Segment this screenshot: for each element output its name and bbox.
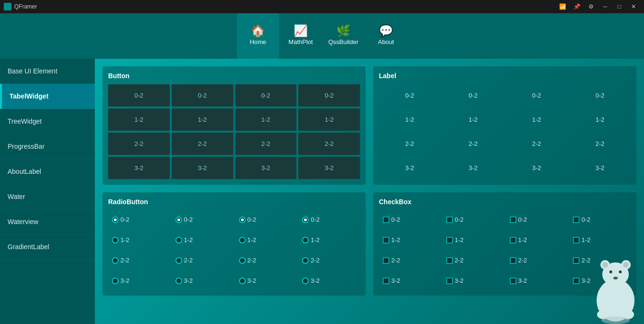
- table-row[interactable]: 3-2: [172, 157, 233, 179]
- checkbox-box-icon: [573, 278, 580, 284]
- checkbox-label: 3-2: [391, 277, 400, 284]
- checkbox-item[interactable]: 0-2: [442, 210, 504, 229]
- checkbox-item[interactable]: 1-2: [442, 231, 504, 249]
- radio-circle-icon: [175, 216, 182, 223]
- list-item: 1-2: [506, 108, 568, 131]
- toolbar-qssbuilder-label: QssBuilder: [328, 38, 359, 45]
- radio-button-item[interactable]: 2-2: [298, 251, 360, 270]
- radio-button-item[interactable]: 3-2: [298, 271, 360, 290]
- list-item: 2-2: [506, 133, 568, 155]
- button-grid: 0-20-20-20-21-21-21-21-22-22-22-22-23-23…: [108, 84, 360, 179]
- table-row[interactable]: 1-2: [298, 108, 360, 131]
- radio-label: 0-2: [248, 216, 257, 223]
- radio-button-item[interactable]: 3-2: [235, 271, 297, 290]
- maximize-button[interactable]: □: [613, 2, 626, 11]
- titlebar: QFramer 📶 📌 ⚙ ─ □ ✕: [0, 0, 644, 13]
- checkbox-box-icon: [510, 237, 516, 243]
- checkbox-item[interactable]: 0-2: [506, 210, 568, 229]
- table-row[interactable]: 3-2: [298, 157, 360, 179]
- table-row[interactable]: 2-2: [172, 133, 233, 155]
- wifi-icon[interactable]: 📶: [556, 2, 569, 11]
- sidebar-item-aboutlabel[interactable]: AboutLabel: [0, 159, 95, 184]
- checkbox-label: 2-2: [391, 257, 400, 264]
- toolbar-qssbuilder[interactable]: 🌿 QssBuilder: [322, 13, 365, 59]
- radio-grid: 0-20-20-20-21-21-21-21-22-22-22-22-23-23…: [108, 210, 360, 290]
- radio-button-item[interactable]: 2-2: [172, 251, 233, 270]
- radio-circle-icon: [112, 237, 119, 243]
- radio-button-item[interactable]: 0-2: [108, 210, 170, 229]
- table-row[interactable]: 2-2: [298, 133, 360, 155]
- table-row[interactable]: 0-2: [172, 84, 233, 107]
- radio-label: 1-2: [120, 236, 129, 243]
- radio-label: 3-2: [184, 277, 193, 284]
- close-button[interactable]: ✕: [627, 2, 640, 11]
- thumbtack-icon[interactable]: 📌: [570, 2, 583, 11]
- radio-button-item[interactable]: 3-2: [108, 271, 170, 290]
- radio-button-item[interactable]: 2-2: [235, 251, 297, 270]
- radio-circle-icon: [175, 278, 182, 284]
- table-row[interactable]: 1-2: [172, 108, 233, 131]
- minimize-button[interactable]: ─: [598, 2, 612, 11]
- sidebar-item-treewidget[interactable]: TreeWidget: [0, 109, 95, 134]
- checkbox-label: 2-2: [518, 257, 527, 264]
- sidebar-item-waterview[interactable]: Waterview: [0, 209, 95, 234]
- table-row[interactable]: 0-2: [235, 84, 297, 107]
- table-row[interactable]: 3-2: [108, 157, 170, 179]
- svg-point-5: [623, 262, 629, 268]
- sidebar-item-base-ui[interactable]: Base UI Element: [0, 59, 95, 84]
- table-row[interactable]: 0-2: [108, 84, 170, 107]
- radio-button-item[interactable]: 0-2: [298, 210, 360, 229]
- toolbar-home[interactable]: 🏠 Home: [237, 13, 279, 59]
- sidebar-item-progressbar[interactable]: ProgressBar: [0, 134, 95, 159]
- checkbox-item[interactable]: 2-2: [379, 251, 441, 270]
- radio-button-item[interactable]: 1-2: [172, 231, 233, 249]
- list-item: 2-2: [569, 133, 631, 155]
- radiobutton-section: RadioButton 0-20-20-20-21-21-21-21-22-22…: [102, 192, 366, 296]
- checkbox-item[interactable]: 2-2: [442, 251, 504, 270]
- radio-circle-icon: [302, 278, 309, 284]
- checkbox-item[interactable]: 1-2: [379, 231, 441, 249]
- list-item: 1-2: [569, 108, 631, 131]
- radio-button-item[interactable]: 0-2: [172, 210, 233, 229]
- radio-button-item[interactable]: 1-2: [298, 231, 360, 249]
- checkbox-box-icon: [383, 216, 389, 223]
- checkbox-item[interactable]: 0-2: [569, 210, 631, 229]
- table-row[interactable]: 1-2: [235, 108, 297, 131]
- table-row[interactable]: 2-2: [235, 133, 297, 155]
- toolbar-about[interactable]: 💬 About: [365, 13, 407, 59]
- titlebar-left: QFramer: [4, 3, 37, 10]
- sidebar-item-gradientlabel[interactable]: GradientLabel: [0, 234, 95, 260]
- radio-label: 1-2: [184, 236, 193, 243]
- toolbar: 🏠 Home 📈 MathPlot 🌿 QssBuilder 💬 About: [0, 13, 644, 59]
- table-row[interactable]: 0-2: [298, 84, 360, 107]
- checkbox-item[interactable]: 3-2: [442, 271, 504, 290]
- qssbuilder-icon: 🌿: [336, 25, 350, 36]
- checkbox-item[interactable]: 2-2: [506, 251, 568, 270]
- checkbox-item[interactable]: 1-2: [506, 231, 568, 249]
- checkbox-item[interactable]: 3-2: [506, 271, 568, 290]
- sidebar-item-water[interactable]: Water: [0, 184, 95, 209]
- radio-button-item[interactable]: 2-2: [108, 251, 170, 270]
- checkbox-label: 0-2: [455, 216, 464, 223]
- checkbox-item[interactable]: 0-2: [379, 210, 441, 229]
- svg-point-4: [602, 262, 608, 268]
- table-row[interactable]: 3-2: [235, 157, 297, 179]
- svg-point-6: [609, 270, 612, 273]
- radio-button-item[interactable]: 1-2: [108, 231, 170, 249]
- checkbox-item[interactable]: 3-2: [379, 271, 441, 290]
- radio-label: 2-2: [184, 257, 193, 264]
- checkbox-box-icon: [383, 237, 389, 243]
- list-item: 1-2: [379, 108, 441, 131]
- list-item: 1-2: [442, 108, 504, 131]
- radio-button-item[interactable]: 3-2: [172, 271, 233, 290]
- toolbar-mathplot[interactable]: 📈 MathPlot: [279, 13, 322, 59]
- checkbox-box-icon: [510, 278, 516, 284]
- table-row[interactable]: 2-2: [108, 133, 170, 155]
- sidebar-item-tabelwidget[interactable]: TabelWidget: [0, 84, 95, 109]
- table-row[interactable]: 1-2: [108, 108, 170, 131]
- radio-button-item[interactable]: 1-2: [235, 231, 297, 249]
- toolbar-mathplot-label: MathPlot: [288, 38, 313, 45]
- radio-button-item[interactable]: 0-2: [235, 210, 297, 229]
- settings-icon[interactable]: ⚙: [584, 2, 598, 11]
- checkbox-label: 1-2: [455, 236, 464, 243]
